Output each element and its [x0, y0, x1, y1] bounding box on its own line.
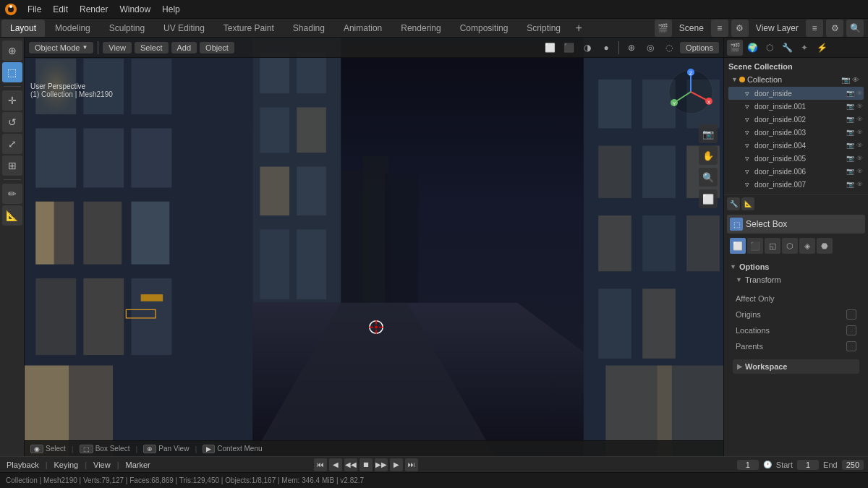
prop-tab-object[interactable]: ⬡ — [762, 40, 778, 56]
collection-vis-camera[interactable]: 📷 — [841, 74, 851, 85]
viewport-gizmos-toggle[interactable]: ⊕ — [624, 40, 639, 56]
tab-scripting[interactable]: Scripting — [518, 20, 569, 37]
options-title[interactable]: ▼ Options — [730, 262, 862, 271]
door-item-7[interactable]: ▿ door_inside.007 📷 👁 — [728, 178, 864, 191]
door-eye-icon-5[interactable]: 👁 — [855, 154, 864, 163]
door-camera-icon-7[interactable]: 📷 — [846, 180, 854, 189]
locations-checkbox[interactable] — [846, 325, 856, 335]
playback-menu[interactable]: Playback — [4, 461, 41, 469]
scene-dropdown-icon[interactable]: ≡ — [711, 20, 728, 37]
rotate-tool[interactable]: ↺ — [2, 112, 22, 132]
scale-tool[interactable]: ⤢ — [2, 134, 22, 154]
parents-row[interactable]: Parents — [733, 339, 859, 354]
play-reverse-btn[interactable]: ◀◀ — [344, 458, 357, 471]
object-menu[interactable]: Object — [200, 42, 234, 53]
door-eye-icon-1[interactable]: 👁 — [855, 102, 864, 111]
select-box-display[interactable]: ⬚ Select Box — [727, 215, 865, 234]
transform-title[interactable]: ▼ Transform — [736, 275, 856, 284]
mode-icon-0[interactable]: ⬜ — [730, 238, 746, 254]
tab-texture-paint[interactable]: Texture Paint — [215, 20, 283, 37]
door-item-1[interactable]: ▿ door_inside.001 📷 👁 — [728, 100, 864, 113]
door-eye-icon-3[interactable]: 👁 — [855, 128, 864, 137]
door-item-3[interactable]: ▿ door_inside.003 📷 👁 — [728, 126, 864, 139]
tab-compositing[interactable]: Compositing — [451, 20, 517, 37]
door-camera-icon-4[interactable]: 📷 — [846, 141, 854, 150]
render-region-btn[interactable]: ⬜ — [699, 189, 718, 208]
mode-icon-5[interactable]: ⬣ — [817, 238, 833, 254]
menu-edit[interactable]: Edit — [47, 0, 74, 19]
hand-tool-btn[interactable]: ✋ — [699, 146, 718, 165]
collection-vis-eye[interactable]: 👁 — [851, 74, 861, 85]
door-eye-icon-0[interactable]: 👁 — [855, 89, 864, 98]
tool-header-icon[interactable]: 🔧 — [727, 197, 740, 210]
viewport-shading-wire[interactable]: ⬜ — [542, 40, 558, 56]
measure-tool[interactable]: 📐 — [2, 205, 22, 226]
navigation-gizmo[interactable]: Z X Y — [665, 67, 716, 117]
prop-tab-modifier[interactable]: 🔧 — [779, 40, 795, 56]
end-frame[interactable]: 250 — [842, 460, 864, 470]
tab-modeling[interactable]: Modeling — [46, 20, 99, 37]
view-menu[interactable]: View — [103, 42, 132, 53]
door-eye-icon-6[interactable]: 👁 — [855, 167, 864, 176]
door-camera-icon-6[interactable]: 📷 — [846, 167, 854, 176]
door-camera-icon-3[interactable]: 📷 — [846, 128, 854, 137]
select-box-tool[interactable]: ⬚ — [2, 62, 22, 82]
current-frame[interactable]: 1 — [737, 460, 759, 470]
menu-render[interactable]: Render — [74, 0, 114, 19]
viewport-overlays-toggle[interactable]: ◎ — [642, 40, 658, 56]
tab-sculpting[interactable]: Sculpting — [101, 20, 153, 37]
tab-animation[interactable]: Animation — [335, 20, 391, 37]
annotate-tool[interactable]: ✏ — [2, 184, 22, 204]
add-menu[interactable]: Add — [171, 42, 197, 53]
parents-checkbox[interactable] — [846, 341, 856, 351]
menu-help[interactable]: Help — [156, 0, 186, 19]
step-forward-btn[interactable]: ▶ — [390, 458, 403, 471]
view-layer-dropdown-icon[interactable]: ≡ — [806, 20, 823, 37]
zoom-tool-btn[interactable]: 🔍 — [699, 168, 718, 187]
door-item-0[interactable]: ▿ door_inside 📷 👁 — [728, 87, 864, 100]
play-btn[interactable]: ⏹ — [359, 458, 373, 471]
transform-tool[interactable]: ⊞ — [2, 155, 22, 176]
prop-tab-scene[interactable]: 🎬 — [727, 40, 743, 56]
jump-end-btn[interactable]: ⏭ — [405, 458, 418, 471]
door-item-5[interactable]: ▿ door_inside.005 📷 👁 — [728, 152, 864, 165]
viewport-shading-lmk[interactable]: ◑ — [579, 40, 595, 56]
door-eye-icon-7[interactable]: 👁 — [855, 180, 864, 189]
tab-rendering[interactable]: Rendering — [392, 20, 449, 37]
viewport-area[interactable]: Object Mode ▼ View Select Add Object ⬜ ⬛… — [25, 38, 723, 456]
keying-menu[interactable]: Keying — [52, 461, 81, 469]
step-back-btn[interactable]: ◀ — [329, 458, 342, 471]
search-icon[interactable]: 🔍 — [846, 20, 864, 37]
origins-row[interactable]: Origins — [733, 307, 859, 322]
origins-checkbox[interactable] — [846, 309, 856, 320]
locations-row[interactable]: Locations — [733, 323, 859, 338]
render-engine-icon[interactable]: 🎬 — [655, 20, 672, 37]
object-mode-dropdown[interactable]: Object Mode ▼ — [29, 42, 93, 53]
door-camera-icon-0[interactable]: 📷 — [846, 89, 854, 98]
mode-icon-3[interactable]: ⬡ — [782, 238, 798, 254]
marker-menu[interactable]: Marker — [124, 461, 153, 469]
tab-uv-editing[interactable]: UV Editing — [155, 20, 213, 37]
timeline-view-menu[interactable]: View — [91, 461, 113, 469]
tool-header-icon2[interactable]: 📐 — [741, 197, 754, 210]
door-item-6[interactable]: ▿ door_inside.006 📷 👁 — [728, 165, 864, 178]
view-layer-settings-icon[interactable]: ⚙ — [826, 20, 843, 37]
menu-file[interactable]: File — [22, 0, 47, 19]
tab-shading[interactable]: Shading — [284, 20, 333, 37]
options-button[interactable]: Options — [680, 42, 719, 53]
add-workspace-button[interactable]: + — [571, 20, 587, 36]
play-forward-btn[interactable]: ▶▶ — [375, 458, 388, 471]
tab-layout[interactable]: Layout — [1, 20, 45, 37]
viewport-shading-solid[interactable]: ⬛ — [561, 40, 576, 56]
door-item-4[interactable]: ▿ door_inside.004 📷 👁 — [728, 139, 864, 152]
scene-settings-icon[interactable]: ⚙ — [731, 20, 749, 37]
door-camera-icon-5[interactable]: 📷 — [846, 154, 854, 163]
collection-row[interactable]: ▼ Collection 📷 👁 — [728, 72, 864, 87]
mode-icon-2[interactable]: ◱ — [765, 238, 780, 254]
door-item-2[interactable]: ▿ door_inside.002 📷 👁 — [728, 113, 864, 126]
door-camera-icon-1[interactable]: 📷 — [846, 102, 854, 111]
door-eye-icon-4[interactable]: 👁 — [855, 141, 864, 150]
mode-icon-4[interactable]: ◈ — [799, 238, 815, 254]
prop-tab-particles[interactable]: ✦ — [796, 40, 812, 56]
start-frame[interactable]: 1 — [797, 460, 819, 470]
